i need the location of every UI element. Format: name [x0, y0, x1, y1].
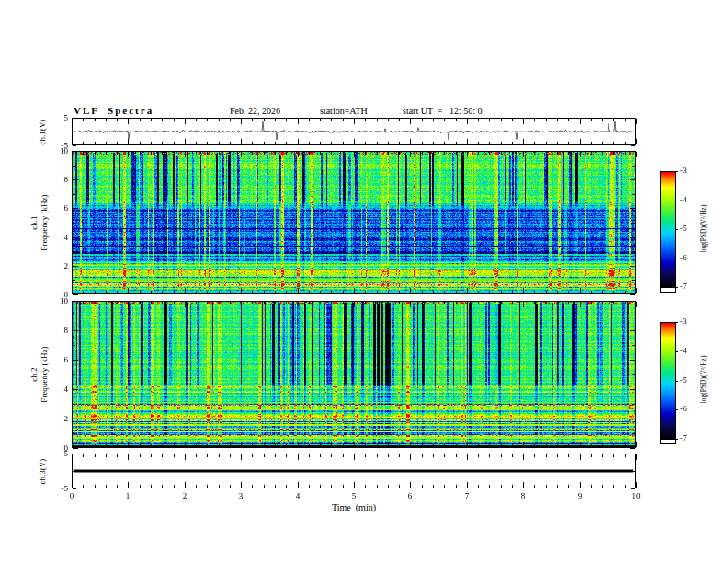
- ch3-voltage-axis-title: ch.3(V): [38, 380, 48, 563]
- tick-mark: [676, 439, 678, 440]
- panel-ch2-spectrogram: [72, 301, 636, 448]
- freq-tick-label: 6: [48, 203, 68, 213]
- freq-tick-label: 4: [48, 233, 68, 242]
- colorbar-ch2-title: log(PSD)(V²/Hz): [700, 316, 708, 444]
- colorbar-tick-label: -6: [680, 254, 697, 263]
- freq-tick-label: 8: [48, 175, 68, 184]
- figure-title: VLF Spectra: [74, 105, 154, 116]
- x-tick-label: 4: [290, 491, 305, 500]
- x-tick-label: 3: [233, 491, 248, 500]
- freq-tick-label: 0: [48, 290, 68, 299]
- tick-mark: [631, 488, 635, 489]
- panel-ch3-voltage: [72, 454, 636, 488]
- freq-tick-label: 8: [48, 326, 68, 335]
- header-start-ut: start UT = 12: 50: 0: [403, 106, 483, 116]
- tick-mark: [676, 381, 678, 382]
- tick-mark: [636, 454, 637, 460]
- tick-mark: [676, 259, 678, 259]
- tick-mark: [73, 145, 76, 146]
- header-date: Feb. 22, 2026: [230, 106, 280, 116]
- colorbar-tick-label: -3: [680, 167, 697, 176]
- ch2-spectrogram-canvas: [73, 302, 635, 447]
- tick-mark: [73, 448, 78, 449]
- panel-ch1-voltage: [72, 118, 636, 145]
- colorbar-tick-label: -5: [680, 376, 697, 385]
- ch3-waveform-canvas: [73, 454, 635, 488]
- tick-mark: [676, 229, 678, 230]
- colorbar-ch1: [660, 171, 676, 293]
- vlf-spectra-figure: VLF Spectra Feb. 22, 2026 station=ATH st…: [0, 0, 728, 563]
- tick-mark: [636, 288, 637, 293]
- volt-tick-label: 5: [48, 449, 68, 458]
- colorbar-tick-label: -5: [680, 224, 697, 234]
- tick-mark: [636, 482, 637, 488]
- tick-mark: [676, 171, 678, 172]
- colorbar-tick-label: -6: [680, 405, 697, 414]
- tick-mark: [630, 448, 635, 449]
- panel-ch1-spectrogram: [72, 151, 636, 294]
- x-tick-label: 1: [120, 491, 135, 500]
- colorbar-tick-label: -7: [680, 434, 697, 443]
- colorbar-ch1-title: log(PSD)(V²/Hz): [700, 165, 708, 293]
- freq-tick-label: 4: [48, 385, 68, 394]
- tick-mark: [636, 139, 637, 144]
- ch1-spectrogram-canvas: [73, 152, 635, 293]
- x-tick-label: 8: [516, 491, 530, 500]
- freq-tick-label: 6: [48, 355, 68, 364]
- x-tick-label: 6: [403, 491, 417, 500]
- tick-mark: [676, 287, 678, 288]
- tick-mark: [676, 351, 678, 352]
- colorbar-tick-label: -3: [680, 317, 697, 327]
- volt-tick-label: -5: [48, 141, 68, 150]
- colorbar-tick-label: -7: [680, 282, 697, 292]
- colorbar-ch2: [660, 322, 676, 444]
- volt-tick-label: -5: [48, 484, 68, 493]
- tick-mark: [636, 119, 637, 124]
- x-tick-label: 9: [573, 491, 587, 500]
- tick-mark: [636, 442, 637, 447]
- x-tick-label: 7: [460, 491, 474, 500]
- tick-mark: [636, 302, 637, 307]
- header-station: station=ATH: [320, 106, 368, 116]
- tick-mark: [636, 152, 637, 157]
- tick-mark: [630, 294, 635, 295]
- tick-mark: [73, 488, 76, 489]
- freq-tick-label: 10: [48, 296, 68, 305]
- freq-tick-label: 2: [48, 261, 68, 270]
- freq-tick-label: 2: [48, 414, 68, 423]
- colorbar-tick-label: -4: [680, 196, 697, 205]
- x-tick-label: 5: [347, 491, 361, 500]
- tick-mark: [73, 294, 78, 295]
- colorbar-ch1-canvas: [661, 172, 675, 288]
- tick-mark: [631, 145, 635, 146]
- volt-tick-label: 5: [48, 113, 68, 122]
- colorbar-tick-label: -4: [680, 347, 697, 356]
- colorbar-ch2-canvas: [661, 323, 675, 440]
- time-axis-title: Time (min): [308, 502, 400, 512]
- x-tick-label: 10: [629, 491, 643, 500]
- freq-tick-label: 10: [48, 146, 68, 155]
- x-tick-label: 0: [64, 491, 79, 500]
- x-tick-label: 2: [177, 491, 192, 500]
- tick-mark: [676, 201, 678, 201]
- tick-mark: [676, 409, 678, 410]
- tick-mark: [676, 322, 678, 323]
- freq-tick-label: 0: [48, 443, 68, 453]
- ch1-waveform-canvas: [73, 119, 635, 144]
